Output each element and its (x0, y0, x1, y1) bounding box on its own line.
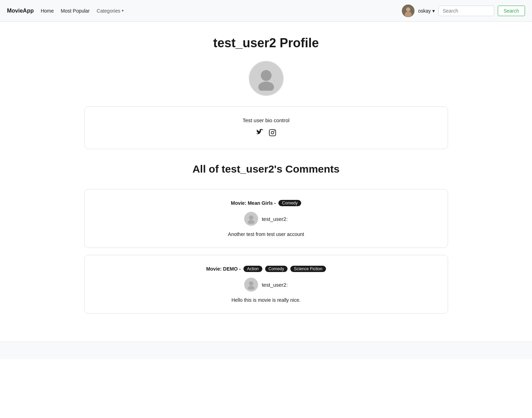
main-content: test_user2 Profile Test user bio control (77, 22, 455, 335)
profile-title: test_user2 Profile (84, 36, 448, 50)
avatar (402, 5, 414, 17)
search-input[interactable] (438, 6, 494, 16)
profile-avatar (249, 61, 284, 96)
comment-username: test_user2: (262, 216, 288, 222)
comment-movie-label: Movie: DEMO - Action Comedy Science Fict… (92, 266, 441, 272)
svg-point-11 (248, 286, 254, 290)
comment-avatar (244, 212, 258, 226)
most-popular-link[interactable]: Most Popular (61, 8, 90, 14)
twitter-icon[interactable] (256, 129, 264, 138)
navbar: MovieApp Home Most Popular Categories ▾ … (0, 0, 532, 22)
footer (0, 342, 532, 359)
svg-rect-5 (269, 130, 275, 136)
comments-title: All of test_user2's Comments (84, 163, 448, 175)
user-avatar-icon (402, 5, 414, 17)
genre-badge: Comedy (278, 200, 301, 206)
brand-logo[interactable]: MovieApp (7, 8, 34, 14)
comment-card: Movie: DEMO - Action Comedy Science Fict… (84, 255, 448, 314)
svg-point-9 (248, 220, 254, 224)
comment-avatar-icon (246, 280, 256, 290)
genre-badge: Comedy (265, 266, 288, 272)
social-icons (92, 129, 441, 138)
comment-movie-label: Movie: Mean Girls - Comedy (92, 200, 441, 206)
comment-avatar-icon (246, 214, 256, 224)
instagram-icon[interactable] (269, 129, 276, 138)
svg-point-10 (249, 281, 254, 286)
chevron-down-icon: ▾ (122, 8, 124, 13)
bio-card: Test user bio control (84, 106, 448, 149)
comment-text: Another test from test user account (92, 231, 441, 237)
genre-badge: Action (243, 266, 262, 272)
svg-point-8 (249, 215, 254, 220)
navbar-right: oskay ▾ Search (402, 5, 525, 17)
svg-point-6 (271, 131, 274, 134)
svg-point-7 (274, 131, 274, 131)
svg-point-2 (405, 12, 412, 17)
home-link[interactable]: Home (41, 8, 54, 14)
navbar-left: MovieApp Home Most Popular Categories ▾ (7, 8, 124, 14)
search-button[interactable]: Search (498, 6, 525, 16)
movie-name: Movie: DEMO - (206, 266, 241, 272)
movie-name: Movie: Mean Girls - (231, 200, 276, 206)
svg-point-3 (261, 70, 271, 81)
comments-container: Movie: Mean Girls - Comedy test_user2: A… (84, 189, 448, 314)
categories-dropdown[interactable]: Categories ▾ (97, 8, 124, 14)
profile-avatar-container (84, 61, 448, 96)
profile-avatar-icon (254, 66, 278, 91)
comment-user-row: test_user2: (92, 278, 441, 292)
comment-user-row: test_user2: (92, 212, 441, 226)
genre-badge: Science Fiction (290, 266, 326, 272)
comment-text: Hello this is movie is really nice. (92, 297, 441, 303)
bio-text: Test user bio control (92, 117, 441, 123)
user-dropdown[interactable]: oskay ▾ (418, 8, 434, 14)
comment-username: test_user2: (262, 282, 288, 288)
comment-card: Movie: Mean Girls - Comedy test_user2: A… (84, 189, 448, 248)
svg-point-1 (406, 7, 410, 12)
comment-avatar (244, 278, 258, 292)
svg-point-4 (258, 82, 274, 91)
